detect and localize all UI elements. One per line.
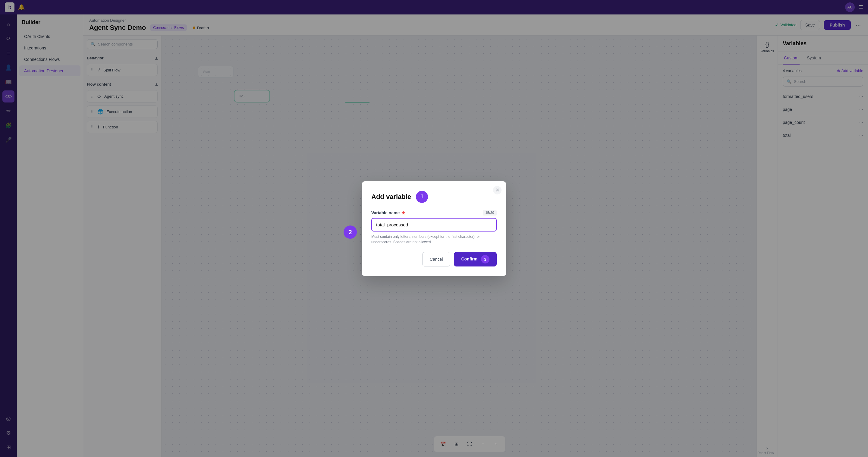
modal-overlay[interactable]: ✕ Add variable 1 Variable name ★ 15/30 M…: [0, 0, 868, 457]
modal-close-button[interactable]: ✕: [493, 186, 501, 194]
step-badge-3: 3: [481, 255, 490, 264]
variable-name-input[interactable]: [371, 218, 497, 232]
modal-title: Add variable: [371, 193, 411, 201]
modal-hint: Must contain only letters, numbers (exce…: [371, 234, 497, 245]
required-indicator: ★: [401, 210, 405, 215]
confirm-button[interactable]: Confirm 3: [454, 252, 497, 267]
add-variable-modal: ✕ Add variable 1 Variable name ★ 15/30 M…: [362, 181, 506, 276]
step-badge-2-container: 2: [344, 225, 357, 239]
step-badge-1: 1: [416, 191, 428, 203]
char-count: 15/30: [483, 210, 497, 216]
variable-name-label: Variable name ★ 15/30: [371, 210, 497, 216]
modal-header: Add variable 1: [371, 191, 497, 203]
cancel-button[interactable]: Cancel: [422, 252, 451, 267]
step-badge-2: 2: [344, 225, 357, 239]
modal-actions: Cancel Confirm 3: [371, 252, 497, 267]
